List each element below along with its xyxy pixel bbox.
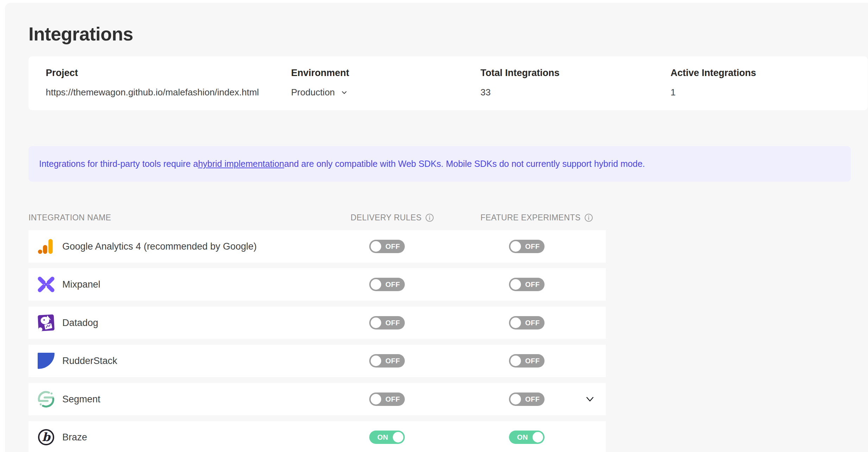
- google-analytics-icon: [37, 237, 55, 256]
- active-integrations-label: Active Integrations: [671, 68, 756, 79]
- table-row: RudderStack OFF OFF: [29, 345, 606, 377]
- mixpanel-icon: [37, 275, 55, 294]
- integration-name-header-label: INTEGRATION NAME: [29, 213, 111, 222]
- delivery-rules-toggle[interactable]: OFF: [369, 240, 405, 253]
- banner-text-before: Integrations for third-party tools requi…: [39, 159, 198, 169]
- toggle-knob: [371, 318, 381, 328]
- integration-name: Google Analytics 4 (recommended by Googl…: [62, 241, 257, 252]
- table-row: Google Analytics 4 (recommended by Googl…: [29, 230, 606, 263]
- toggle-state-label: OFF: [385, 281, 400, 289]
- integrations-page: Integrations Project https://themewagon.…: [0, 0, 868, 452]
- row-expand-chevron-icon[interactable]: [584, 393, 596, 405]
- delivery-rules-toggle[interactable]: OFF: [369, 278, 405, 291]
- active-integrations-count: 1: [671, 87, 756, 98]
- total-integrations-count: 33: [480, 87, 560, 98]
- toggle-state-label: OFF: [385, 357, 400, 365]
- chevron-down-icon: [340, 89, 348, 96]
- toggle-knob: [510, 241, 521, 252]
- integration-name: Segment: [62, 394, 100, 405]
- toggle-state-label: OFF: [385, 319, 400, 327]
- toggle-knob: [510, 318, 521, 328]
- environment-selector[interactable]: Production: [291, 87, 349, 98]
- summary-active-integrations: Active Integrations 1: [671, 68, 756, 98]
- banner-text-after: and are only compatible with Web SDKs. M…: [284, 159, 645, 169]
- content-panel: Integrations Project https://themewagon.…: [5, 3, 868, 452]
- page-title: Integrations: [29, 23, 133, 45]
- braze-icon: b: [37, 428, 55, 446]
- feature-experiments-toggle[interactable]: OFF: [509, 393, 545, 406]
- integration-name: Mixpanel: [62, 279, 100, 290]
- toggle-knob: [371, 394, 381, 404]
- summary-total-integrations: Total Integrations 33: [480, 68, 560, 98]
- delivery-rules-header-label: DELIVERY RULES: [351, 213, 422, 222]
- feature-experiments-toggle[interactable]: OFF: [509, 316, 545, 329]
- integration-name: Braze: [62, 432, 87, 443]
- toggle-knob: [393, 432, 403, 442]
- info-icon[interactable]: [425, 213, 434, 222]
- datadog-icon: [37, 314, 55, 332]
- toggle-state-label: OFF: [525, 357, 540, 365]
- project-url: https://themewagon.github.io/malefashion…: [46, 87, 259, 98]
- table-row: Segment OFF OFF: [29, 383, 606, 415]
- column-header-feature-experiments: FEATURE EXPERIMENTS: [480, 213, 593, 222]
- toggle-state-label: OFF: [525, 243, 540, 251]
- segment-icon: [37, 390, 55, 408]
- toggle-knob: [510, 356, 521, 366]
- feature-experiments-toggle[interactable]: OFF: [509, 354, 545, 368]
- summary-project: Project https://themewagon.github.io/mal…: [46, 68, 259, 98]
- project-label: Project: [46, 68, 259, 79]
- hybrid-info-banner: Integrations for third-party tools requi…: [29, 146, 851, 182]
- feature-experiments-toggle[interactable]: OFF: [509, 240, 545, 253]
- delivery-rules-toggle[interactable]: OFF: [369, 393, 405, 406]
- summary-environment: Environment Production: [291, 68, 349, 98]
- column-header-integration-name: INTEGRATION NAME: [29, 213, 111, 222]
- environment-selected-value: Production: [291, 87, 335, 98]
- toggle-state-label: OFF: [525, 281, 540, 289]
- toggle-knob: [371, 356, 381, 366]
- feature-experiments-toggle[interactable]: OFF: [509, 278, 545, 291]
- delivery-rules-toggle[interactable]: OFF: [369, 316, 405, 329]
- delivery-rules-toggle[interactable]: ON: [369, 431, 405, 444]
- toggle-state-label: ON: [517, 433, 528, 441]
- toggle-state-label: OFF: [525, 319, 540, 327]
- toggle-state-label: OFF: [385, 243, 400, 251]
- feature-experiments-toggle[interactable]: ON: [509, 431, 545, 444]
- delivery-rules-toggle[interactable]: OFF: [369, 354, 405, 368]
- integration-name: Datadog: [62, 318, 98, 328]
- toggle-knob: [510, 394, 521, 404]
- column-header-delivery-rules: DELIVERY RULES: [351, 213, 434, 222]
- project-summary-card: Project https://themewagon.github.io/mal…: [29, 56, 868, 110]
- toggle-knob: [371, 279, 381, 290]
- toggle-knob: [510, 279, 521, 290]
- toggle-state-label: ON: [377, 433, 388, 441]
- rudderstack-icon: [37, 352, 55, 370]
- toggle-knob: [371, 241, 381, 252]
- total-integrations-label: Total Integrations: [480, 68, 560, 79]
- toggle-state-label: OFF: [385, 395, 400, 403]
- hybrid-implementation-link[interactable]: hybrid implementation: [198, 159, 284, 169]
- info-icon[interactable]: [584, 213, 593, 222]
- toggle-state-label: OFF: [525, 395, 540, 403]
- table-row: Datadog OFF OFF: [29, 307, 606, 339]
- toggle-knob: [533, 432, 543, 442]
- table-row: b Braze ON ON: [29, 421, 606, 452]
- integration-name: RudderStack: [62, 356, 117, 366]
- environment-label: Environment: [291, 68, 349, 79]
- feature-experiments-header-label: FEATURE EXPERIMENTS: [480, 213, 581, 222]
- table-row: Mixpanel OFF OFF: [29, 268, 606, 301]
